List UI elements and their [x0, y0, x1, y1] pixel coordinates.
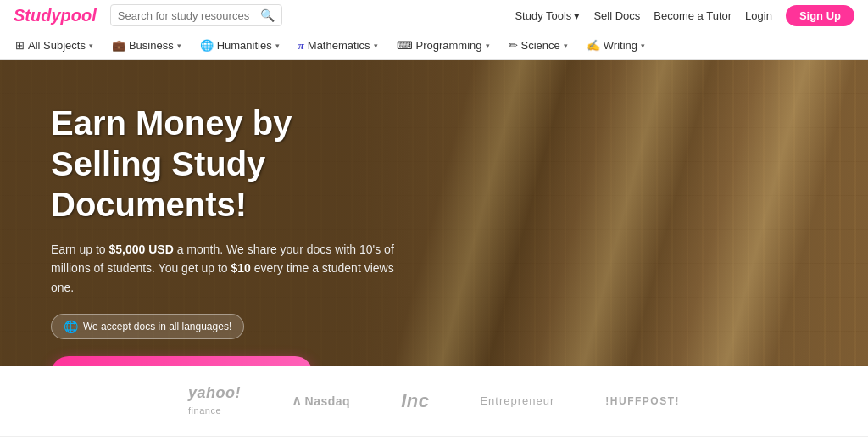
subject-mathematics-label: Mathematics — [308, 39, 370, 52]
nasdaq-icon: ∧ — [292, 393, 303, 409]
subject-programming[interactable]: ⌨ Programming ▾ — [388, 31, 498, 60]
search-input[interactable] — [118, 9, 260, 22]
brand-yahoo: yahoo!finance — [188, 384, 241, 417]
brand-inc: Inc — [401, 390, 429, 412]
hero-description: Earn up to $5,000 USD a month. We share … — [51, 240, 407, 297]
all-subjects-chevron: ▾ — [89, 42, 93, 50]
sell-docs-link[interactable]: Sell Docs — [593, 9, 640, 22]
subject-business-label: Business — [129, 39, 174, 52]
top-nav-links: Study Tools ▾ Sell Docs Become a Tutor L… — [515, 5, 854, 26]
logo-pool: pool — [61, 6, 97, 25]
subject-writing-label: Writing — [604, 39, 637, 52]
cta-button[interactable]: $ START SELLING DOCUMENTS NOW — [51, 356, 313, 366]
subject-all[interactable]: ⊞ All Subjects ▾ — [7, 31, 102, 60]
study-tools-label: Study Tools — [515, 9, 571, 22]
hero-title-line2: Selling Study Documents! — [51, 145, 265, 223]
hero-title-line1: Earn Money by — [51, 104, 292, 142]
science-icon: ✏ — [509, 39, 518, 52]
business-chevron: ▾ — [177, 42, 181, 50]
subject-writing[interactable]: ✍ Writing ▾ — [578, 31, 654, 60]
accept-badge: 🌐 We accept docs in all languages! — [51, 314, 244, 339]
subject-all-label: All Subjects — [28, 39, 86, 52]
brands-bar: yahoo!finance ∧ Nasdaq Inc Entrepreneur … — [0, 366, 868, 437]
humanities-chevron: ▾ — [275, 42, 280, 50]
logo[interactable]: Studypool — [14, 6, 97, 25]
programming-chevron: ▾ — [486, 42, 490, 50]
subject-programming-label: Programming — [416, 39, 482, 52]
subject-science[interactable]: ✏ Science ▾ — [500, 31, 576, 60]
study-tools-chevron: ▾ — [574, 9, 580, 22]
subject-humanities[interactable]: 🌐 Humanities ▾ — [192, 31, 288, 60]
writing-icon: ✍ — [587, 39, 600, 52]
subject-science-label: Science — [521, 39, 560, 52]
subject-humanities-label: Humanities — [217, 39, 272, 52]
subject-business[interactable]: 💼 Business ▾ — [103, 31, 190, 60]
become-tutor-link[interactable]: Become a Tutor — [654, 9, 732, 22]
hero-section: Earn Money by Selling Study Documents! E… — [0, 60, 868, 366]
subject-mathematics[interactable]: π Mathematics ▾ — [290, 31, 387, 60]
science-chevron: ▾ — [564, 42, 568, 50]
study-tools-link[interactable]: Study Tools ▾ — [515, 9, 580, 22]
writing-chevron: ▾ — [641, 42, 645, 50]
brand-huffpost: !HUFFPOST! — [605, 395, 680, 407]
hero-desc-prefix: Earn up to — [51, 243, 109, 256]
all-subjects-icon: ⊞ — [15, 39, 25, 52]
login-link[interactable]: Login — [745, 9, 772, 22]
top-navigation: Studypool 🔍 Study Tools ▾ Sell Docs Beco… — [0, 0, 868, 31]
brand-entrepreneur: Entrepreneur — [480, 394, 554, 407]
signup-button[interactable]: Sign Up — [786, 5, 854, 26]
programming-icon: ⌨ — [397, 39, 413, 52]
nasdaq-label: Nasdaq — [305, 394, 351, 408]
humanities-icon: 🌐 — [200, 39, 214, 52]
globe-icon: 🌐 — [64, 320, 78, 333]
mathematics-icon: π — [298, 39, 304, 53]
search-bar[interactable]: 🔍 — [110, 4, 282, 26]
brand-nasdaq: ∧ Nasdaq — [292, 393, 350, 409]
hero-amount2: $10 — [231, 261, 250, 275]
mathematics-chevron: ▾ — [374, 42, 378, 50]
subject-navigation: ⊞ All Subjects ▾ 💼 Business ▾ 🌐 Humaniti… — [0, 31, 868, 60]
hero-title: Earn Money by Selling Study Documents! — [51, 103, 407, 225]
business-icon: 💼 — [112, 39, 125, 52]
search-icon[interactable]: 🔍 — [260, 8, 275, 22]
how-it-works-section: How it works — [0, 437, 868, 441]
logo-study: Study — [14, 6, 61, 25]
hero-content: Earn Money by Selling Study Documents! E… — [0, 60, 458, 366]
accept-badge-text: We accept docs in all languages! — [83, 321, 231, 332]
hero-amount1: $5,000 USD — [109, 243, 174, 256]
